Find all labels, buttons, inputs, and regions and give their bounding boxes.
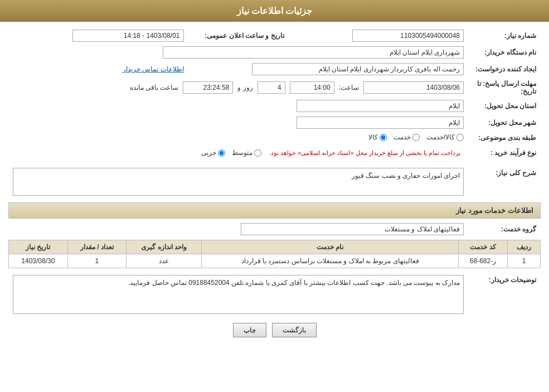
nooe-farayand-label: نوع فرآیند خرید : <box>468 145 541 161</box>
radio-kala-khadamat-input[interactable] <box>456 134 464 141</box>
cell-kod: ر-682-68 <box>458 254 507 268</box>
ijad-konande-value: رحمت اله یافری کاربرداز شهرداری ایلام اس… <box>252 63 464 75</box>
shahr-tahvil-value: ایلام <box>297 117 464 129</box>
radio-khadamat[interactable]: خدمت <box>393 133 420 141</box>
radio-kala-input[interactable] <box>380 134 387 141</box>
mohlat-ersal-label: مهلت ارسال پاسخ: تا تاریخ: <box>468 78 541 98</box>
radio-motoset-label: متوسط <box>232 149 252 157</box>
sharh-niaz-label: شرح کلی نیاز: <box>468 166 541 198</box>
rooz-label: روز و <box>237 84 252 91</box>
col-nam: نام خدمت <box>202 240 458 254</box>
cell-vahed: عدد <box>127 254 202 268</box>
tasnif-label: طبقه بندی موضوعی: <box>468 131 541 145</box>
group-value: فعالیتهای املاک و مستغلات <box>241 223 464 235</box>
cell-tedad: 1 <box>67 254 127 268</box>
cell-tarikh: 1403/08/30 <box>9 254 68 268</box>
radio-khadamat-input[interactable] <box>412 134 420 141</box>
radio-kala-khadamat-label: کالا/خدمت <box>426 133 455 141</box>
time-remaining: 23:24:58 <box>183 81 233 94</box>
name-dastgah-value: شهرداری ایلام استان ایلام <box>163 46 464 59</box>
cell-radif: 1 <box>508 254 541 268</box>
radio-kala-label: کالا <box>368 133 378 141</box>
col-tarikh: تاریخ نیاز <box>9 240 68 254</box>
ettelaat-tamas-link[interactable]: اطلاعات تماس خریدار <box>123 65 184 73</box>
group-label: گروه خدمت: <box>468 221 541 238</box>
shahr-tahvil-label: شهر محل تحویل: <box>468 114 541 131</box>
radio-motoset[interactable]: متوسط <box>232 149 261 157</box>
radio-kala[interactable]: کالا <box>368 133 387 141</box>
back-button[interactable]: بازگشت <box>272 323 317 337</box>
radio-jozi-label: جزیی <box>201 149 216 157</box>
services-table: ردیف کد خدمت نام خدمت واحد اندازه گیری ت… <box>8 240 541 268</box>
radio-jozi-input[interactable] <box>218 149 225 157</box>
shomare-niaz-value: 1103005494000048 <box>352 30 464 42</box>
radio-jozi[interactable]: جزیی <box>201 149 225 157</box>
name-dastgah-label: نام دستگاه خریدار: <box>468 44 541 61</box>
saaat-value: 14:00 <box>290 81 334 94</box>
radio-motoset-input[interactable] <box>254 149 261 157</box>
sharh-niaz-value: اجرای امورات حفاری و نصب سنگ قبور <box>13 168 464 196</box>
print-button[interactable]: چاپ <box>233 323 266 337</box>
saaat-label: ساعت: <box>339 84 359 91</box>
page-title: جزئیات اطلاعات نیاز <box>0 0 549 22</box>
rooz-value: 4 <box>258 81 285 94</box>
col-kod: کد خدمت <box>458 240 507 254</box>
col-vahed: واحد اندازه گیری <box>127 240 202 254</box>
tarikh-elan-label: تاریخ و ساعت اعلان عمومی: <box>188 27 289 44</box>
description-label: توضیحات خریدار: <box>468 273 541 316</box>
tarikh-elan-value: 1403/08/01 - 14:18 <box>72 30 184 42</box>
saaat-baghi-label: ساعت باقی مانده <box>130 84 179 91</box>
radio-khadamat-label: خدمت <box>393 133 411 141</box>
ostan-tahvil-value: ایلام <box>297 100 464 112</box>
table-row: 1 ر-682-68 فعالیتهای مربوط به املاک و مس… <box>9 254 541 268</box>
col-radif: ردیف <box>508 240 541 254</box>
cell-nam: فعالیتهای مربوط به املاک و مستغلات براسا… <box>202 254 458 268</box>
col-tedad: تعداد / مقدار <box>67 240 127 254</box>
khadamat-section-title: اطلاعات خدمات مورد نیاز <box>8 202 541 219</box>
nooe-farayand-note: پرداخت تمام یا بخشی از مبلغ خریدار محل «… <box>266 147 464 159</box>
ijad-konande-label: ایجاد کننده درخواست: <box>468 61 541 78</box>
shomare-niaz-label: شماره نیاز: <box>468 27 541 44</box>
radio-kala-khadamat[interactable]: کالا/خدمت <box>426 133 464 141</box>
date-value: 1403/08/06 <box>363 81 464 94</box>
ostan-tahvil-label: استان محل تحویل: <box>468 98 541 114</box>
description-value: مدارک به پیوست می باشد. جهت کسب اطلاعات … <box>13 275 464 314</box>
